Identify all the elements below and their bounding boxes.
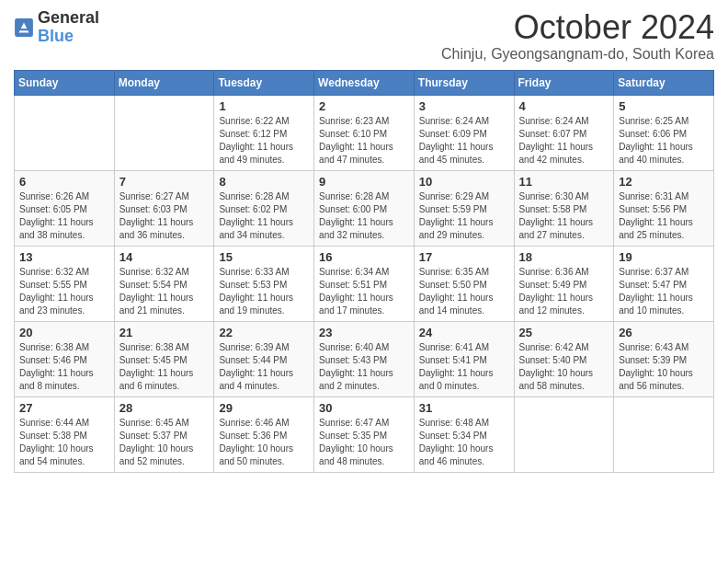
- cell-info: Sunrise: 6:47 AM Sunset: 5:35 PM Dayligh…: [319, 417, 409, 468]
- calendar-cell: 28Sunrise: 6:45 AM Sunset: 5:37 PM Dayli…: [114, 396, 214, 472]
- cell-info: Sunrise: 6:24 AM Sunset: 6:09 PM Dayligh…: [419, 115, 509, 167]
- cell-info: Sunrise: 6:26 AM Sunset: 6:05 PM Dayligh…: [19, 190, 109, 242]
- calendar-cell: 22Sunrise: 6:39 AM Sunset: 5:44 PM Dayli…: [214, 321, 314, 396]
- calendar-header-row: SundayMondayTuesdayWednesdayThursdayFrid…: [15, 70, 714, 95]
- day-number: 2: [319, 99, 409, 113]
- day-number: 25: [519, 326, 609, 339]
- day-of-week-header: Friday: [514, 70, 614, 95]
- day-number: 18: [519, 250, 609, 264]
- cell-info: Sunrise: 6:40 AM Sunset: 5:43 PM Dayligh…: [319, 341, 409, 393]
- logo-text-general: General: [38, 8, 99, 27]
- day-number: 31: [419, 401, 509, 415]
- calendar-cell: [614, 396, 714, 472]
- day-number: 26: [619, 326, 709, 339]
- calendar-cell: [15, 95, 115, 170]
- header: General Blue October 2024 Chinju, Gyeong…: [14, 9, 714, 63]
- day-number: 10: [419, 175, 509, 189]
- calendar-cell: 8Sunrise: 6:28 AM Sunset: 6:02 PM Daylig…: [214, 170, 314, 246]
- day-number: 7: [119, 175, 210, 189]
- svg-rect-2: [20, 29, 28, 30]
- cell-info: Sunrise: 6:35 AM Sunset: 5:50 PM Dayligh…: [419, 266, 509, 317]
- calendar-cell: 10Sunrise: 6:29 AM Sunset: 5:59 PM Dayli…: [414, 170, 514, 246]
- calendar-cell: [514, 396, 614, 472]
- cell-info: Sunrise: 6:28 AM Sunset: 6:00 PM Dayligh…: [319, 190, 409, 242]
- calendar-cell: 29Sunrise: 6:46 AM Sunset: 5:36 PM Dayli…: [214, 396, 314, 472]
- day-number: 28: [119, 401, 210, 415]
- calendar-week-row: 6Sunrise: 6:26 AM Sunset: 6:05 PM Daylig…: [15, 170, 714, 246]
- calendar-cell: 26Sunrise: 6:43 AM Sunset: 5:39 PM Dayli…: [614, 321, 714, 396]
- calendar-cell: 13Sunrise: 6:32 AM Sunset: 5:55 PM Dayli…: [15, 246, 115, 321]
- calendar-cell: 16Sunrise: 6:34 AM Sunset: 5:51 PM Dayli…: [314, 246, 415, 321]
- day-number: 12: [619, 175, 709, 189]
- day-of-week-header: Sunday: [15, 70, 115, 95]
- day-number: 20: [19, 326, 109, 339]
- calendar-cell: 19Sunrise: 6:37 AM Sunset: 5:47 PM Dayli…: [614, 246, 714, 321]
- cell-info: Sunrise: 6:44 AM Sunset: 5:38 PM Dayligh…: [19, 417, 109, 468]
- day-number: 27: [19, 401, 109, 415]
- day-number: 16: [319, 250, 409, 264]
- calendar-cell: 2Sunrise: 6:23 AM Sunset: 6:10 PM Daylig…: [314, 95, 415, 170]
- calendar-cell: [114, 95, 214, 170]
- cell-info: Sunrise: 6:34 AM Sunset: 5:51 PM Dayligh…: [319, 266, 409, 317]
- cell-info: Sunrise: 6:30 AM Sunset: 5:58 PM Dayligh…: [519, 190, 609, 242]
- day-number: 24: [419, 326, 509, 339]
- calendar-cell: 1Sunrise: 6:22 AM Sunset: 6:12 PM Daylig…: [214, 95, 314, 170]
- cell-info: Sunrise: 6:33 AM Sunset: 5:53 PM Dayligh…: [219, 266, 309, 317]
- day-number: 14: [119, 250, 210, 264]
- day-number: 6: [19, 175, 109, 189]
- day-of-week-header: Tuesday: [214, 70, 314, 95]
- cell-info: Sunrise: 6:27 AM Sunset: 6:03 PM Dayligh…: [119, 190, 210, 242]
- cell-info: Sunrise: 6:45 AM Sunset: 5:37 PM Dayligh…: [119, 417, 210, 468]
- cell-info: Sunrise: 6:31 AM Sunset: 5:56 PM Dayligh…: [619, 190, 709, 242]
- cell-info: Sunrise: 6:29 AM Sunset: 5:59 PM Dayligh…: [419, 190, 509, 242]
- cell-info: Sunrise: 6:24 AM Sunset: 6:07 PM Dayligh…: [519, 115, 609, 167]
- day-number: 19: [619, 250, 709, 264]
- calendar-cell: 20Sunrise: 6:38 AM Sunset: 5:46 PM Dayli…: [15, 321, 115, 396]
- calendar-week-row: 20Sunrise: 6:38 AM Sunset: 5:46 PM Dayli…: [15, 321, 714, 396]
- calendar-cell: 14Sunrise: 6:32 AM Sunset: 5:54 PM Dayli…: [114, 246, 214, 321]
- day-of-week-header: Wednesday: [314, 70, 415, 95]
- calendar-cell: 5Sunrise: 6:25 AM Sunset: 6:06 PM Daylig…: [614, 95, 714, 170]
- calendar-cell: 9Sunrise: 6:28 AM Sunset: 6:00 PM Daylig…: [314, 170, 415, 246]
- location-subtitle: Chinju, Gyeongsangnam-do, South Korea: [441, 46, 714, 63]
- cell-info: Sunrise: 6:25 AM Sunset: 6:06 PM Dayligh…: [619, 115, 709, 167]
- calendar-week-row: 27Sunrise: 6:44 AM Sunset: 5:38 PM Dayli…: [15, 396, 714, 472]
- cell-info: Sunrise: 6:38 AM Sunset: 5:46 PM Dayligh…: [19, 341, 109, 393]
- calendar-cell: 12Sunrise: 6:31 AM Sunset: 5:56 PM Dayli…: [614, 170, 714, 246]
- calendar-table: SundayMondayTuesdayWednesdayThursdayFrid…: [14, 70, 714, 473]
- day-number: 22: [219, 326, 309, 339]
- day-of-week-header: Thursday: [414, 70, 514, 95]
- calendar-cell: 4Sunrise: 6:24 AM Sunset: 6:07 PM Daylig…: [514, 95, 614, 170]
- cell-info: Sunrise: 6:41 AM Sunset: 5:41 PM Dayligh…: [419, 341, 509, 393]
- calendar-cell: 24Sunrise: 6:41 AM Sunset: 5:41 PM Dayli…: [414, 321, 514, 396]
- calendar-cell: 18Sunrise: 6:36 AM Sunset: 5:49 PM Dayli…: [514, 246, 614, 321]
- calendar-cell: 15Sunrise: 6:33 AM Sunset: 5:53 PM Dayli…: [214, 246, 314, 321]
- day-number: 4: [519, 99, 609, 113]
- calendar-cell: 25Sunrise: 6:42 AM Sunset: 5:40 PM Dayli…: [514, 321, 614, 396]
- day-number: 11: [519, 175, 609, 189]
- calendar-cell: 21Sunrise: 6:38 AM Sunset: 5:45 PM Dayli…: [114, 321, 214, 396]
- month-title: October 2024: [441, 9, 714, 46]
- calendar-cell: 23Sunrise: 6:40 AM Sunset: 5:43 PM Dayli…: [314, 321, 415, 396]
- calendar-cell: 27Sunrise: 6:44 AM Sunset: 5:38 PM Dayli…: [15, 396, 115, 472]
- day-number: 30: [319, 401, 409, 415]
- calendar-cell: 31Sunrise: 6:48 AM Sunset: 5:34 PM Dayli…: [414, 396, 514, 472]
- day-number: 13: [19, 250, 109, 264]
- cell-info: Sunrise: 6:39 AM Sunset: 5:44 PM Dayligh…: [219, 341, 309, 393]
- calendar-week-row: 13Sunrise: 6:32 AM Sunset: 5:55 PM Dayli…: [15, 246, 714, 321]
- day-number: 1: [219, 99, 309, 113]
- cell-info: Sunrise: 6:23 AM Sunset: 6:10 PM Dayligh…: [319, 115, 409, 167]
- calendar-cell: 30Sunrise: 6:47 AM Sunset: 5:35 PM Dayli…: [314, 396, 415, 472]
- title-area: October 2024 Chinju, Gyeongsangnam-do, S…: [441, 9, 714, 63]
- day-number: 21: [119, 326, 210, 339]
- cell-info: Sunrise: 6:37 AM Sunset: 5:47 PM Dayligh…: [619, 266, 709, 317]
- day-of-week-header: Monday: [114, 70, 214, 95]
- calendar-body: 1Sunrise: 6:22 AM Sunset: 6:12 PM Daylig…: [15, 95, 714, 472]
- day-number: 8: [219, 175, 309, 189]
- logo-text-blue: Blue: [38, 27, 74, 45]
- cell-info: Sunrise: 6:22 AM Sunset: 6:12 PM Dayligh…: [219, 115, 309, 167]
- calendar-cell: 6Sunrise: 6:26 AM Sunset: 6:05 PM Daylig…: [15, 170, 115, 246]
- day-number: 15: [219, 250, 309, 264]
- day-number: 9: [319, 175, 409, 189]
- calendar-cell: 11Sunrise: 6:30 AM Sunset: 5:58 PM Dayli…: [514, 170, 614, 246]
